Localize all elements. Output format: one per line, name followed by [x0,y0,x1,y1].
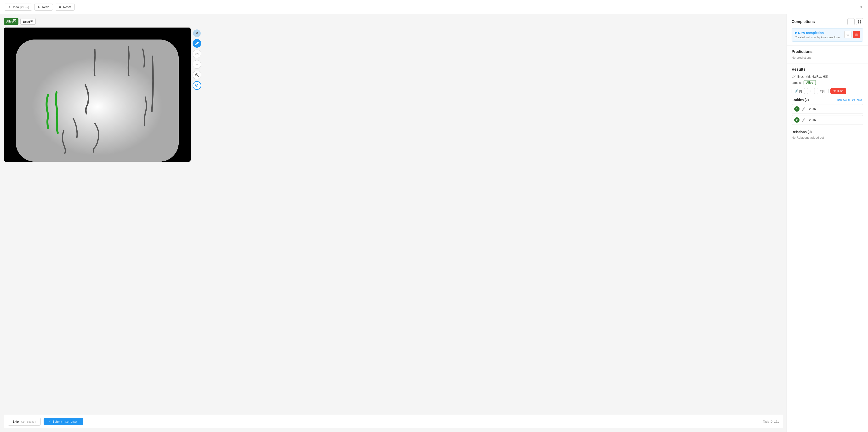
zoom-in-tool[interactable]: + [192,60,201,69]
zoom-magnify-tool[interactable] [192,71,201,79]
star-button[interactable]: ☆ [844,31,851,38]
completion-item[interactable]: New completion Created just now by Aweso… [792,28,863,42]
delete-completion-button[interactable]: 🗑 [853,31,860,38]
undo-icon: ↺ [7,5,10,9]
alive-badge: Alive [804,80,816,85]
completions-title: Completions [792,20,815,24]
undo-button[interactable]: ↺ Undo [Ctrl+z] [4,4,32,10]
redo-button[interactable]: ↻ Redo [34,4,53,10]
labels-prefix: Labels: [792,81,802,85]
redo-label: Redo [42,5,49,9]
svg-line-11 [197,86,198,87]
no-relations-text: No Relations added yet [792,136,863,140]
split-button[interactable]: ✂[u] [817,88,829,94]
entity-brush-icon-1 [802,107,805,111]
canvas-panel: Alive[1] Dead[2] [0,14,786,432]
canvas-wrapper: ✂ + [4,28,783,415]
svg-point-17 [792,78,793,78]
completions-actions: + [847,18,863,25]
pointer-tool[interactable] [193,29,201,37]
entities-title: Entities (2) [792,98,809,102]
scissors-tool[interactable]: ✂ [192,50,201,58]
entity-brush-icon-2 [802,118,805,122]
svg-rect-13 [858,20,859,22]
undo-shortcut: [Ctrl+z] [20,6,29,9]
action-row: 🔗 [r] + ✂[u] 🗑 Bksp [792,88,863,94]
annotation-canvas[interactable] [4,28,191,162]
completion-meta: Created just now by Awesome User [795,36,844,39]
predictions-section: Predictions No predictions [787,46,868,63]
submit-button[interactable]: ✓ Submit [ Ctrl+Enter ] [43,418,83,425]
plus-icon: + [196,62,198,67]
svg-point-18 [802,110,803,111]
checkmark-icon: ✓ [49,420,51,423]
trash-icon: 🗑 [58,5,62,9]
alive-tag[interactable]: Alive[1] [4,18,19,25]
label-tags: Alive[1] Dead[2] [4,18,783,25]
main-area: Alive[1] Dead[2] [0,14,868,432]
relate-icon: 🔗 [795,89,798,93]
gear-icon: ⚙ [859,5,862,9]
results-title: Results [792,67,805,71]
brush-label: Brush (id: l4aiRyxrHS) [797,75,828,78]
settings-button[interactable]: ⚙ [858,3,864,11]
entity-name-2: Brush [808,118,816,122]
remove-all-button[interactable]: Remove all [ ctrl+bksp ] [837,98,863,101]
right-sidebar: Completions + New completion Created jus… [786,14,868,432]
completion-info: New completion Created just now by Aweso… [795,31,844,39]
task-id: Task ID: 161 [763,420,779,423]
svg-point-19 [802,121,803,122]
redo-icon: ↻ [38,5,40,9]
skip-button[interactable]: Skip [ Ctrl+Space ] [8,418,41,426]
submit-label: Submit [53,420,62,423]
results-section: Results Brush (id: l4aiRyxrHS) Labels: A… [787,63,868,130]
svg-rect-15 [858,22,859,24]
brush-header: Brush (id: l4aiRyxrHS) [792,74,863,78]
reset-button[interactable]: 🗑 Reset [55,4,75,10]
completion-name: New completion [795,31,844,35]
labels-row: Labels: Alive [792,80,863,85]
entities-header: Entities (2) Remove all [ ctrl+bksp ] [792,98,863,102]
relations-title: Relations (0) [792,130,863,134]
zoom-out-tool[interactable] [192,81,201,90]
relate-button[interactable]: 🔗 [r] [792,88,805,94]
svg-rect-14 [860,20,861,22]
no-predictions-text: No predictions [792,56,863,59]
scissors-icon: ✂ [195,52,198,56]
entity-item-2[interactable]: 2 Brush [792,115,863,125]
active-dot [795,32,797,34]
svg-rect-16 [860,22,861,24]
reset-label: Reset [63,5,71,9]
svg-point-3 [196,32,197,33]
submit-shortcut: [ Ctrl+Enter ] [63,420,78,423]
completion-buttons: ☆ 🗑 [844,31,860,38]
toolbar: ↺ Undo [Ctrl+z] ↻ Redo 🗑 Reset ⚙ [0,0,868,14]
svg-line-7 [197,76,198,76]
skip-shortcut: [ Ctrl+Space ] [20,420,36,423]
svg-point-5 [195,44,196,45]
brush-icon [792,74,796,78]
relations-section: Relations (0) No Relations added yet [787,130,868,143]
bottom-bar: Skip [ Ctrl+Space ] ✓ Submit [ Ctrl+Ente… [4,415,783,428]
completions-section: Completions + New completion Created jus… [787,14,868,46]
delete-button[interactable]: 🗑 Bksp [830,88,846,94]
entity-num-1: 1 [794,106,800,112]
add-button[interactable]: + [807,88,815,94]
grid-view-button[interactable] [856,18,863,25]
add-completion-button[interactable]: + [847,18,855,25]
dead-tag[interactable]: Dead[2] [20,18,36,25]
entity-item-1[interactable]: 1 Brush [792,104,863,114]
entity-num-2: 2 [794,117,800,123]
predictions-title: Predictions [792,50,812,54]
entity-name-1: Brush [808,107,816,111]
skip-label: Skip [13,420,19,423]
undo-label: Undo [11,5,19,9]
brush-tool[interactable] [192,39,201,48]
right-toolbar: ✂ + [191,28,203,415]
